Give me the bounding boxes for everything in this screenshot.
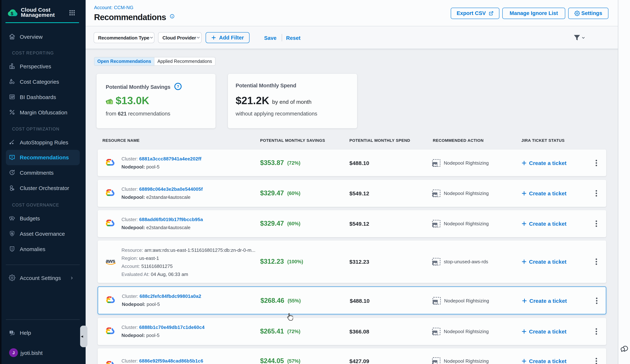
svg-text:?: ? bbox=[176, 84, 179, 89]
svg-text:aws: aws bbox=[106, 258, 115, 264]
svg-text:?: ? bbox=[10, 331, 12, 334]
svg-text:$: $ bbox=[10, 11, 13, 16]
